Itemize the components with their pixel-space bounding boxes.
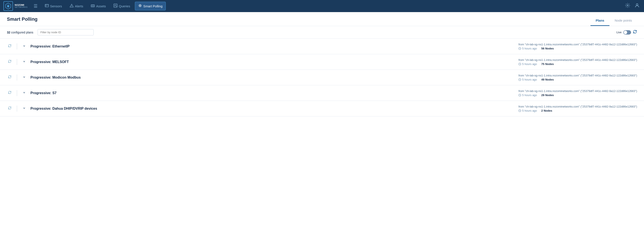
plan-reset-button[interactable]: [7, 90, 12, 96]
plan-expand-button[interactable]: [21, 59, 27, 65]
plan-time: 5 hours ago: [518, 78, 537, 81]
plans-list: Progressive: EthernetIP from "ch-lab-sg-…: [0, 39, 644, 116]
configured-count: 32 configured plans: [7, 31, 33, 34]
plan-nodes: 56 Nodes: [541, 47, 554, 50]
clock-icon: [518, 94, 521, 97]
svg-point-20: [627, 5, 628, 6]
live-label: Live: [616, 31, 622, 34]
user-button[interactable]: [634, 2, 640, 10]
plan-source: from "ch-lab-sg-ns1-1.intra.nozominetwor…: [518, 43, 637, 46]
refresh-icon[interactable]: [633, 30, 637, 35]
plan-nodes: 2 Nodes: [541, 109, 552, 112]
plan-meta: from "ch-lab-sg-ns1-1.intra.nozominetwor…: [518, 89, 637, 97]
queries-label: Queries: [119, 4, 130, 8]
assets-icon: [91, 4, 95, 9]
plan-reset-button[interactable]: [7, 43, 12, 50]
plan-reset-button[interactable]: [7, 74, 12, 81]
alerts-icon: [70, 4, 74, 9]
content: Smart Polling Plans Node points 32 confi…: [0, 12, 644, 244]
logo: NOZOMI NETWORKS: [4, 1, 28, 11]
tab-node-points[interactable]: Node points: [610, 17, 637, 26]
sub-header: 32 configured plans Live: [0, 26, 644, 39]
plan-info-row: 5 hours ago 2 Nodes: [518, 109, 637, 112]
nav-alerts[interactable]: Alerts: [67, 2, 86, 10]
logo-box: [4, 1, 13, 11]
plan-name: Progressive: MELSOFT: [30, 60, 515, 64]
plan-info-row: 5 hours ago 29 Nodes: [518, 94, 637, 97]
hamburger-button[interactable]: ☰: [32, 2, 39, 10]
plan-expand-button[interactable]: [21, 44, 27, 49]
filter-input[interactable]: [38, 29, 94, 36]
plan-time: 5 hours ago: [518, 47, 537, 50]
navbar: NOZOMI NETWORKS ☰ Sensors Alerts Assets …: [0, 0, 644, 12]
clock-icon: [518, 47, 521, 50]
plan-time: 5 hours ago: [518, 94, 537, 97]
plan-time-text: 5 hours ago: [522, 47, 537, 50]
separator: [17, 43, 17, 50]
plan-meta: from "ch-lab-sg-ns1-1.intra.nozominetwor…: [518, 58, 637, 66]
nav-queries[interactable]: Queries: [110, 2, 133, 10]
plan-reset-button[interactable]: [7, 105, 12, 112]
plan-info-row: 5 hours ago 56 Nodes: [518, 47, 637, 50]
plan-row: Progressive: Modicon Modbus from "ch-lab…: [0, 70, 644, 85]
smart-polling-label: Smart Polling: [143, 4, 162, 8]
plan-source: from "ch-lab-sg-ns1-1.intra.nozominetwor…: [518, 58, 637, 62]
plan-expand-button[interactable]: [21, 106, 27, 111]
plan-name: Progressive: Modicon Modbus: [30, 76, 515, 80]
smart-polling-icon: [138, 4, 142, 9]
separator: [17, 106, 17, 112]
nav-sensors[interactable]: Sensors: [42, 2, 65, 10]
plan-time-text: 5 hours ago: [522, 109, 537, 112]
svg-point-19: [140, 5, 141, 6]
plan-info-row: 5 hours ago 75 Nodes: [518, 62, 637, 66]
tab-plans[interactable]: Plans: [590, 17, 610, 26]
plan-time-text: 5 hours ago: [522, 78, 537, 81]
plan-nodes: 49 Nodes: [541, 78, 554, 81]
plan-time-text: 5 hours ago: [522, 62, 537, 66]
settings-button[interactable]: [624, 2, 631, 10]
plan-source: from "ch-lab-sg-ns1-1.intra.nozominetwor…: [518, 89, 637, 93]
separator: [17, 75, 17, 81]
plan-time: 5 hours ago: [518, 62, 537, 66]
nav-smart-polling[interactable]: Smart Polling: [135, 2, 166, 10]
plan-row: Progressive: Dahua DHIP/DVRIP devices fr…: [0, 101, 644, 116]
page-title: Smart Polling: [7, 17, 38, 25]
plan-expand-button[interactable]: [21, 75, 27, 80]
page-header: Smart Polling Plans Node points: [0, 12, 644, 26]
page-header-top: Smart Polling Plans Node points: [7, 17, 637, 26]
plan-expand-button[interactable]: [21, 90, 27, 96]
sensors-icon: [45, 4, 49, 9]
separator: [17, 59, 17, 65]
plan-source: from "ch-lab-sg-ns1-1.intra.nozominetwor…: [518, 74, 637, 77]
plan-meta: from "ch-lab-sg-ns1-1.intra.nozominetwor…: [518, 43, 637, 50]
plan-row: Progressive: EthernetIP from "ch-lab-sg-…: [0, 39, 644, 54]
plan-source: from "ch-lab-sg-ns1-1.intra.nozominetwor…: [518, 105, 637, 108]
logo-name-line2: NETWORKS: [15, 6, 28, 9]
plan-info-row: 5 hours ago 49 Nodes: [518, 78, 637, 81]
page-tabs: Plans Node points: [590, 17, 637, 26]
logo-icon: [5, 3, 12, 10]
nav-right: [624, 2, 640, 10]
alerts-label: Alerts: [75, 4, 83, 8]
clock-icon: [518, 63, 521, 65]
separator: [17, 90, 17, 96]
svg-rect-3: [45, 4, 48, 7]
plan-name: Progressive: S7: [30, 91, 515, 95]
plan-name: Progressive: EthernetIP: [30, 45, 515, 48]
plan-row: Progressive: S7 from "ch-lab-sg-ns1-1.in…: [0, 85, 644, 101]
nav-assets[interactable]: Assets: [88, 2, 109, 10]
plan-time: 5 hours ago: [518, 109, 537, 112]
plan-row: Progressive: MELSOFT from "ch-lab-sg-ns1…: [0, 54, 644, 70]
plan-name: Progressive: Dahua DHIP/DVRIP devices: [30, 107, 515, 111]
plan-time-text: 5 hours ago: [522, 94, 537, 97]
svg-point-8: [72, 7, 72, 7]
plan-reset-button[interactable]: [7, 59, 12, 65]
live-toggle-switch[interactable]: [623, 30, 631, 35]
assets-label: Assets: [96, 4, 106, 8]
plan-nodes: 29 Nodes: [541, 94, 554, 97]
plan-nodes: 75 Nodes: [541, 62, 554, 66]
clock-icon: [518, 78, 521, 81]
clock-icon: [518, 109, 521, 112]
live-toggle-container: Live: [616, 30, 637, 35]
queries-icon: [114, 4, 118, 9]
